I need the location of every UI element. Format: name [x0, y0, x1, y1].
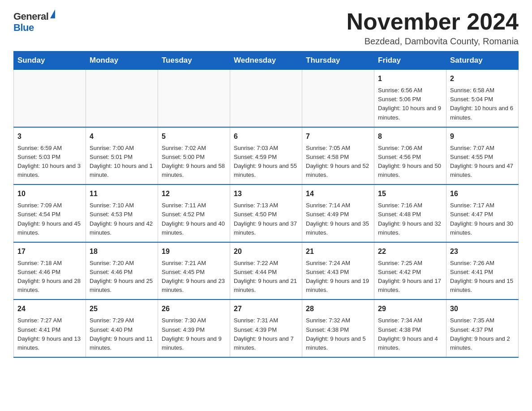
calendar-cell: 25Sunrise: 7:29 AM Sunset: 4:40 PM Dayli… [86, 300, 158, 357]
calendar-cell: 9Sunrise: 7:07 AM Sunset: 4:55 PM Daylig… [446, 127, 519, 185]
logo-blue-text: Blue [13, 22, 34, 34]
day-info: Sunrise: 7:31 AM Sunset: 4:39 PM Dayligh… [234, 316, 298, 352]
calendar-cell: 13Sunrise: 7:13 AM Sunset: 4:50 PM Dayli… [230, 184, 302, 242]
calendar-week-4: 17Sunrise: 7:18 AM Sunset: 4:46 PM Dayli… [14, 242, 519, 300]
calendar-cell [302, 70, 374, 127]
day-info: Sunrise: 7:02 AM Sunset: 5:00 PM Dayligh… [162, 144, 226, 180]
day-number: 29 [378, 304, 442, 314]
day-info: Sunrise: 7:20 AM Sunset: 4:46 PM Dayligh… [90, 259, 154, 295]
calendar-cell: 12Sunrise: 7:11 AM Sunset: 4:52 PM Dayli… [158, 184, 230, 242]
calendar-cell: 26Sunrise: 7:30 AM Sunset: 4:39 PM Dayli… [158, 300, 230, 357]
calendar-cell: 29Sunrise: 7:34 AM Sunset: 4:38 PM Dayli… [374, 300, 446, 357]
column-header-saturday: Saturday [446, 51, 519, 70]
day-info: Sunrise: 6:56 AM Sunset: 5:06 PM Dayligh… [378, 86, 442, 122]
day-number: 19 [162, 246, 226, 257]
calendar-week-1: 1Sunrise: 6:56 AM Sunset: 5:06 PM Daylig… [14, 70, 519, 127]
calendar-cell: 4Sunrise: 7:00 AM Sunset: 5:01 PM Daylig… [86, 127, 158, 185]
day-number: 9 [450, 131, 515, 142]
day-info: Sunrise: 7:22 AM Sunset: 4:44 PM Dayligh… [234, 259, 298, 295]
day-info: Sunrise: 7:25 AM Sunset: 4:42 PM Dayligh… [378, 259, 442, 295]
title-area: November 2024 Bezdead, Dambovita County,… [347, 9, 519, 47]
page-header: General Blue November 2024 Bezdead, Damb… [13, 9, 519, 47]
calendar-header: SundayMondayTuesdayWednesdayThursdayFrid… [14, 51, 519, 70]
day-info: Sunrise: 7:03 AM Sunset: 4:59 PM Dayligh… [234, 144, 298, 180]
calendar-cell [158, 70, 230, 127]
logo: General Blue [13, 11, 55, 34]
day-number: 3 [17, 131, 82, 142]
day-number: 16 [450, 188, 515, 199]
day-info: Sunrise: 7:27 AM Sunset: 4:41 PM Dayligh… [17, 316, 82, 352]
day-number: 28 [306, 304, 370, 314]
day-number: 27 [234, 304, 298, 314]
day-info: Sunrise: 7:07 AM Sunset: 4:55 PM Dayligh… [450, 144, 515, 180]
day-number: 11 [90, 188, 154, 199]
day-info: Sunrise: 6:58 AM Sunset: 5:04 PM Dayligh… [450, 86, 515, 122]
calendar-cell: 11Sunrise: 7:10 AM Sunset: 4:53 PM Dayli… [86, 184, 158, 242]
day-info: Sunrise: 7:05 AM Sunset: 4:58 PM Dayligh… [306, 144, 370, 180]
day-info: Sunrise: 7:21 AM Sunset: 4:45 PM Dayligh… [162, 259, 226, 295]
day-number: 24 [17, 304, 82, 314]
day-number: 7 [306, 131, 370, 142]
day-number: 1 [378, 73, 442, 84]
day-number: 21 [306, 246, 370, 257]
calendar-cell: 15Sunrise: 7:16 AM Sunset: 4:48 PM Dayli… [374, 184, 446, 242]
calendar-cell: 17Sunrise: 7:18 AM Sunset: 4:46 PM Dayli… [14, 242, 86, 300]
calendar-cell [14, 70, 86, 127]
day-header-row: SundayMondayTuesdayWednesdayThursdayFrid… [14, 51, 519, 70]
day-number: 20 [234, 246, 298, 257]
day-info: Sunrise: 7:11 AM Sunset: 4:52 PM Dayligh… [162, 201, 226, 237]
calendar-cell: 30Sunrise: 7:35 AM Sunset: 4:37 PM Dayli… [446, 300, 519, 357]
day-number: 30 [450, 304, 515, 314]
calendar-cell: 23Sunrise: 7:26 AM Sunset: 4:41 PM Dayli… [446, 242, 519, 300]
calendar-cell: 18Sunrise: 7:20 AM Sunset: 4:46 PM Dayli… [86, 242, 158, 300]
calendar-cell: 22Sunrise: 7:25 AM Sunset: 4:42 PM Dayli… [374, 242, 446, 300]
day-number: 10 [17, 188, 82, 199]
logo-general-text: General [13, 11, 48, 22]
day-info: Sunrise: 7:17 AM Sunset: 4:47 PM Dayligh… [450, 201, 515, 237]
day-info: Sunrise: 7:06 AM Sunset: 4:56 PM Dayligh… [378, 144, 442, 180]
day-info: Sunrise: 7:16 AM Sunset: 4:48 PM Dayligh… [378, 201, 442, 237]
calendar-cell: 24Sunrise: 7:27 AM Sunset: 4:41 PM Dayli… [14, 300, 86, 357]
calendar-body: 1Sunrise: 6:56 AM Sunset: 5:06 PM Daylig… [14, 70, 519, 357]
calendar-cell: 1Sunrise: 6:56 AM Sunset: 5:06 PM Daylig… [374, 70, 446, 127]
day-info: Sunrise: 7:34 AM Sunset: 4:38 PM Dayligh… [378, 316, 442, 352]
calendar-cell: 8Sunrise: 7:06 AM Sunset: 4:56 PM Daylig… [374, 127, 446, 185]
column-header-friday: Friday [374, 51, 446, 70]
day-number: 26 [162, 304, 226, 314]
day-number: 18 [90, 246, 154, 257]
calendar-cell: 28Sunrise: 7:32 AM Sunset: 4:38 PM Dayli… [302, 300, 374, 357]
calendar-cell: 2Sunrise: 6:58 AM Sunset: 5:04 PM Daylig… [446, 70, 519, 127]
logo-triangle-icon [50, 9, 55, 18]
day-info: Sunrise: 6:59 AM Sunset: 5:03 PM Dayligh… [17, 144, 82, 180]
day-info: Sunrise: 7:29 AM Sunset: 4:40 PM Dayligh… [90, 316, 154, 352]
day-number: 8 [378, 131, 442, 142]
calendar-cell: 20Sunrise: 7:22 AM Sunset: 4:44 PM Dayli… [230, 242, 302, 300]
day-number: 6 [234, 131, 298, 142]
day-number: 23 [450, 246, 515, 257]
calendar-table: SundayMondayTuesdayWednesdayThursdayFrid… [13, 51, 519, 358]
calendar-cell: 5Sunrise: 7:02 AM Sunset: 5:00 PM Daylig… [158, 127, 230, 185]
column-header-tuesday: Tuesday [158, 51, 230, 70]
day-number: 14 [306, 188, 370, 199]
day-number: 17 [17, 246, 82, 257]
day-info: Sunrise: 7:13 AM Sunset: 4:50 PM Dayligh… [234, 201, 298, 237]
calendar-week-2: 3Sunrise: 6:59 AM Sunset: 5:03 PM Daylig… [14, 127, 519, 185]
day-info: Sunrise: 7:18 AM Sunset: 4:46 PM Dayligh… [17, 259, 82, 295]
day-info: Sunrise: 7:10 AM Sunset: 4:53 PM Dayligh… [90, 201, 154, 237]
day-number: 15 [378, 188, 442, 199]
calendar-cell: 19Sunrise: 7:21 AM Sunset: 4:45 PM Dayli… [158, 242, 230, 300]
day-number: 4 [90, 131, 154, 142]
day-number: 13 [234, 188, 298, 199]
day-info: Sunrise: 7:30 AM Sunset: 4:39 PM Dayligh… [162, 316, 226, 352]
day-info: Sunrise: 7:00 AM Sunset: 5:01 PM Dayligh… [90, 144, 154, 180]
day-number: 22 [378, 246, 442, 257]
calendar-cell: 27Sunrise: 7:31 AM Sunset: 4:39 PM Dayli… [230, 300, 302, 357]
calendar-cell: 16Sunrise: 7:17 AM Sunset: 4:47 PM Dayli… [446, 184, 519, 242]
calendar-cell: 10Sunrise: 7:09 AM Sunset: 4:54 PM Dayli… [14, 184, 86, 242]
day-info: Sunrise: 7:35 AM Sunset: 4:37 PM Dayligh… [450, 316, 515, 352]
column-header-sunday: Sunday [14, 51, 86, 70]
calendar-cell: 3Sunrise: 6:59 AM Sunset: 5:03 PM Daylig… [14, 127, 86, 185]
column-header-monday: Monday [86, 51, 158, 70]
calendar-cell: 21Sunrise: 7:24 AM Sunset: 4:43 PM Dayli… [302, 242, 374, 300]
day-info: Sunrise: 7:14 AM Sunset: 4:49 PM Dayligh… [306, 201, 370, 237]
